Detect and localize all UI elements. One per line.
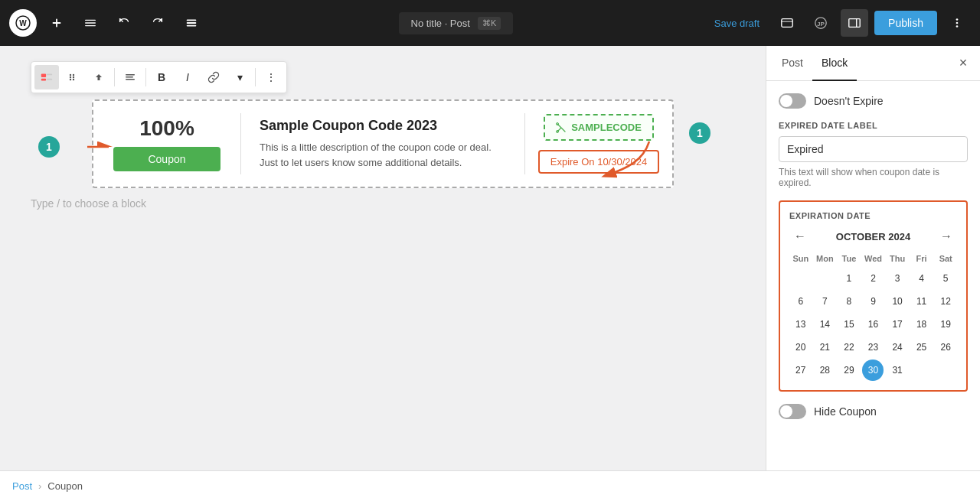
- tab-block[interactable]: Block: [812, 46, 857, 81]
- cal-day-11[interactable]: 11: [911, 291, 933, 312]
- publish-button[interactable]: Publish: [874, 11, 937, 35]
- svg-rect-26: [126, 76, 133, 78]
- block-type-button[interactable]: [34, 65, 59, 89]
- cal-day-4[interactable]: 4: [911, 268, 933, 289]
- coupon-percent: 100%: [139, 116, 194, 141]
- calendar-header: ← OCTOBER 2024 →: [789, 228, 957, 245]
- cal-day-25[interactable]: 25: [911, 337, 933, 358]
- hide-coupon-toggle[interactable]: [779, 404, 806, 419]
- coupon-button[interactable]: Coupon: [113, 147, 220, 171]
- cal-day-20[interactable]: 20: [790, 337, 812, 358]
- annotation-badge-1b: 1: [38, 136, 60, 158]
- redo-button[interactable]: [144, 9, 172, 37]
- cal-day-12[interactable]: 12: [935, 291, 956, 312]
- save-draft-button[interactable]: Save draft: [707, 13, 767, 34]
- svg-point-20: [70, 76, 71, 78]
- cal-day-19[interactable]: 19: [935, 314, 956, 335]
- coupon-divider: [240, 113, 241, 174]
- tab-post[interactable]: Post: [773, 46, 812, 81]
- cal-day-18[interactable]: 18: [911, 314, 933, 335]
- cal-day-3[interactable]: 3: [887, 268, 908, 289]
- cal-day-17[interactable]: 17: [887, 314, 908, 335]
- link-arrow-button[interactable]: ▾: [227, 65, 252, 89]
- expiration-date-box: EXPIRATION DATE ← OCTOBER 2024 → Sun Mon…: [779, 200, 968, 392]
- annotation-1a: 1: [689, 122, 710, 144]
- cal-day-26[interactable]: 26: [935, 337, 956, 358]
- cal-day-21[interactable]: 21: [814, 337, 835, 358]
- annotation-badge-1: 1: [689, 122, 710, 144]
- calendar-next-button[interactable]: →: [936, 228, 957, 245]
- svg-text:W: W: [19, 19, 27, 28]
- cal-day-5[interactable]: 5: [935, 268, 956, 289]
- cal-day-9[interactable]: 9: [862, 291, 884, 312]
- link-button[interactable]: [201, 65, 226, 89]
- svg-rect-4: [187, 20, 197, 21]
- bold-button[interactable]: B: [149, 65, 174, 89]
- cal-day-23[interactable]: 23: [862, 337, 884, 358]
- hide-toggle-knob: [780, 405, 792, 418]
- cal-day-7[interactable]: 7: [814, 291, 835, 312]
- italic-button[interactable]: I: [175, 65, 200, 89]
- cal-day-31[interactable]: 31: [887, 359, 908, 381]
- doesnt-expire-row: Doesn't Expire: [779, 93, 968, 109]
- toolbar-separator-1: [114, 68, 115, 86]
- breadcrumb-bar: Post › Coupon: [0, 470, 980, 501]
- align-button[interactable]: [118, 65, 142, 89]
- post-title-area: No title · Post ⌘K: [211, 12, 701, 34]
- wp-logo[interactable]: W: [9, 9, 37, 37]
- svg-rect-15: [41, 74, 46, 78]
- svg-point-24: [73, 79, 74, 80]
- jetpack-button[interactable]: JP: [807, 9, 835, 37]
- cal-day-2[interactable]: 2: [862, 268, 884, 289]
- coupon-block[interactable]: 100% Coupon Sample Coupon Code 2023 This…: [92, 99, 674, 188]
- cal-day-empty: [911, 359, 933, 381]
- block-toolbar: B I ▾ ⋮: [31, 61, 287, 93]
- cal-day-30[interactable]: 30: [862, 359, 884, 381]
- more-options-button[interactable]: [943, 9, 971, 37]
- coupon-card: 100% Coupon Sample Coupon Code 2023 This…: [106, 113, 660, 174]
- post-title-bar[interactable]: No title · Post ⌘K: [399, 12, 514, 34]
- preview-button[interactable]: [773, 9, 801, 37]
- coupon-code-box[interactable]: SAMPLECODE: [544, 114, 654, 141]
- cal-day-15[interactable]: 15: [838, 314, 860, 335]
- breadcrumb-coupon: Coupon: [47, 480, 83, 492]
- cal-day-28[interactable]: 28: [814, 359, 835, 381]
- svg-rect-3: [56, 19, 57, 28]
- toggle-knob: [780, 95, 792, 107]
- cal-header-tue: Tue: [838, 251, 861, 266]
- cmd-shortcut: ⌘K: [478, 17, 501, 30]
- cal-day-16[interactable]: 16: [862, 314, 884, 335]
- drag-handle-button[interactable]: [60, 65, 85, 89]
- cal-day-22[interactable]: 22: [838, 337, 860, 358]
- cal-day-14[interactable]: 14: [814, 314, 835, 335]
- cal-day-10[interactable]: 10: [887, 291, 908, 312]
- cal-day-24[interactable]: 24: [887, 337, 908, 358]
- doesnt-expire-toggle[interactable]: [779, 93, 806, 109]
- hide-coupon-label: Hide Coupon: [814, 405, 877, 418]
- sidebar-close-button[interactable]: ×: [952, 53, 974, 74]
- svg-rect-25: [126, 74, 135, 76]
- undo-button[interactable]: [110, 9, 138, 37]
- add-block-button[interactable]: [43, 9, 70, 37]
- move-up-button[interactable]: [87, 65, 111, 89]
- cal-day-8[interactable]: 8: [838, 291, 860, 312]
- coupon-middle: Sample Coupon Code 2023 This is a little…: [253, 118, 512, 170]
- cal-day-13[interactable]: 13: [790, 314, 812, 335]
- cal-header-wed: Wed: [862, 251, 885, 266]
- svg-rect-16: [47, 74, 52, 76]
- cal-day-27[interactable]: 27: [790, 359, 812, 381]
- toolbar-separator-2: [145, 68, 146, 86]
- cal-day-29[interactable]: 29: [838, 359, 860, 381]
- more-block-options-button[interactable]: ⋮: [259, 65, 283, 89]
- sidebar-tabs: Post Block ×: [766, 46, 980, 81]
- breadcrumb-post[interactable]: Post: [12, 480, 32, 492]
- tools-button[interactable]: [77, 9, 104, 37]
- coupon-right: SAMPLECODE Expire On 10/30/2024: [537, 114, 660, 174]
- svg-rect-27: [126, 79, 135, 80]
- sidebar-toggle-button[interactable]: [841, 9, 868, 37]
- calendar-prev-button[interactable]: ←: [789, 228, 811, 245]
- expired-date-input[interactable]: [779, 136, 968, 162]
- cal-day-1[interactable]: 1: [838, 268, 860, 289]
- cal-day-6[interactable]: 6: [790, 291, 812, 312]
- list-view-button[interactable]: [178, 9, 205, 37]
